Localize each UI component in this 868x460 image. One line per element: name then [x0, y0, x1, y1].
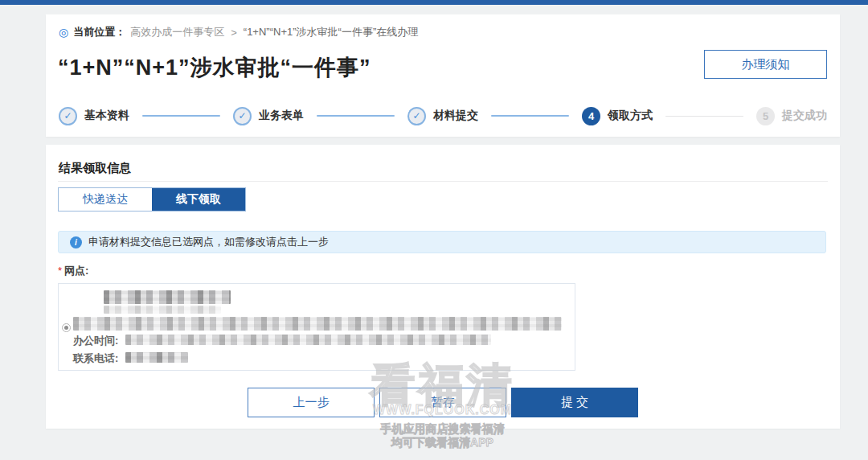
breadcrumb-item-zone[interactable]: 高效办成一件事专区	[130, 25, 224, 39]
check-icon: ✓	[233, 107, 252, 125]
redacted-outlet-address	[73, 317, 562, 331]
outlet-field-label: *网点:	[58, 264, 88, 278]
action-buttons: 上一步 暂存 提 交	[46, 388, 840, 417]
breadcrumb-label: 当前位置：	[73, 25, 125, 39]
save-draft-button[interactable]: 暂存	[379, 388, 506, 417]
info-banner-text: 申请材料提交信息已选网点，如需修改请点击上一步	[88, 235, 329, 249]
breadcrumb-separator: >	[231, 27, 237, 39]
step-connector	[142, 115, 220, 117]
redacted-outlet-subtitle	[104, 306, 221, 314]
stepper: ✓ 基本资料 ✓ 业务表单 ✓ 材料提交 4 领取方式 5 提交成功	[59, 105, 827, 127]
step-label: 领取方式	[608, 109, 653, 123]
step-basic-info: ✓ 基本资料	[59, 107, 129, 125]
info-banner: i 申请材料提交信息已选网点，如需修改请点击上一步	[58, 231, 826, 253]
section-heading: 结果领取信息	[59, 161, 131, 176]
content-card: 结果领取信息 快递送达 线下领取 i 申请材料提交信息已选网点，如需修改请点击上…	[46, 145, 840, 429]
step-label: 提交成功	[782, 109, 827, 123]
top-accent-bar	[0, 0, 868, 5]
step-connector	[317, 115, 395, 117]
step-number: 4	[582, 107, 600, 125]
step-business-form: ✓ 业务表单	[233, 107, 304, 125]
tab-offline-pickup[interactable]: 线下领取	[152, 188, 245, 211]
info-icon: i	[70, 236, 82, 248]
tab-express-delivery[interactable]: 快递送达	[59, 188, 152, 211]
header-card: ◎ 当前位置： 高效办成一件事专区 > “1+N”“N+1”涉水审批“一件事”在…	[46, 14, 840, 137]
step-connector	[665, 116, 743, 117]
step-number: 5	[756, 107, 775, 125]
redacted-phone	[125, 352, 188, 363]
delivery-tabs: 快递送达 线下领取	[58, 187, 246, 212]
breadcrumb-item-current: “1+N”“N+1”涉水审批“一件事”在线办理	[244, 25, 418, 39]
page-title: “1+N”“N+1”涉水审批“一件事”	[58, 53, 371, 82]
step-material-submit: ✓ 材料提交	[407, 107, 478, 125]
breadcrumb: ◎ 当前位置： 高效办成一件事专区 > “1+N”“N+1”涉水审批“一件事”在…	[59, 25, 418, 39]
submit-button[interactable]: 提 交	[511, 388, 638, 417]
notice-button[interactable]: 办理须知	[704, 50, 827, 79]
prev-step-button[interactable]: 上一步	[248, 388, 375, 417]
outlet-label-text: 网点:	[64, 265, 88, 277]
office-hours-label: 办公时间:	[73, 334, 118, 348]
outlet-radio[interactable]	[62, 323, 71, 332]
watermark-note-2: 均可下载看福清APP	[328, 436, 557, 450]
step-pickup-method-current: 4 领取方式	[582, 107, 653, 125]
divider	[58, 181, 828, 182]
check-icon: ✓	[407, 107, 426, 125]
step-submit-success: 5 提交成功	[756, 107, 827, 125]
step-label: 业务表单	[259, 109, 304, 123]
check-icon: ✓	[59, 107, 77, 125]
location-pin-icon: ◎	[59, 27, 68, 38]
redacted-outlet-name	[104, 290, 231, 304]
required-mark: *	[58, 265, 62, 277]
phone-label: 联系电话:	[73, 351, 118, 366]
step-label: 材料提交	[433, 109, 478, 123]
redacted-office-hours	[125, 335, 491, 345]
step-connector	[491, 115, 569, 117]
outlet-option-card[interactable]: 办公时间: 联系电话:	[58, 283, 575, 371]
step-label: 基本资料	[84, 109, 129, 123]
